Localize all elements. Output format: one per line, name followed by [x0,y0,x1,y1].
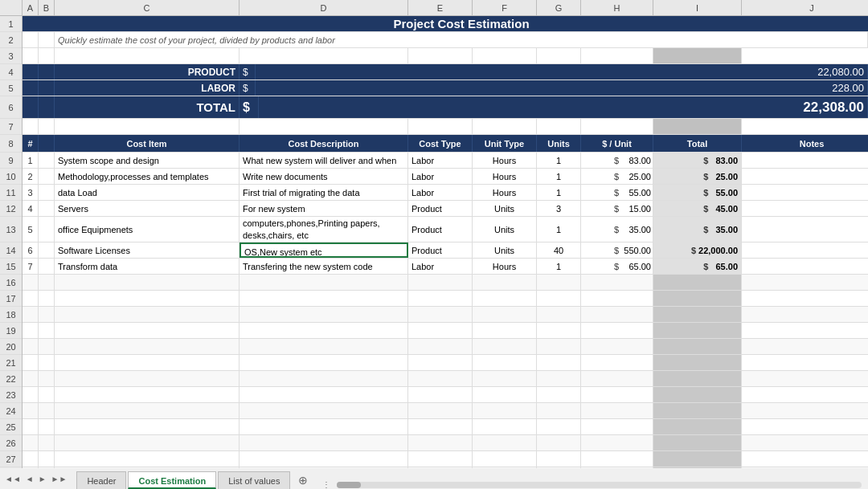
cell-row24-col3[interactable] [240,403,408,418]
cell-g3[interactable] [537,48,581,63]
row-num-27[interactable]: 27 [0,451,22,467]
cell-row23-col0[interactable] [23,387,39,402]
cell-row17-col9[interactable] [742,291,868,306]
cell-d7[interactable] [240,119,408,134]
cell-num-5[interactable]: 5 [23,217,39,242]
cell-row20-col3[interactable] [240,339,408,354]
total-4[interactable]: $ 45.00 [653,201,742,216]
cell-row20-col1[interactable] [39,339,55,354]
units-4[interactable]: 3 [537,201,581,216]
cell-row23-col5[interactable] [473,387,537,402]
cell-row21-col4[interactable] [408,355,473,370]
cell-row27-col0[interactable] [23,451,39,467]
unit-type-7[interactable]: Hours [473,259,537,274]
cell-row16-col9[interactable] [742,275,868,290]
cell-a1[interactable] [23,16,39,31]
total-3[interactable]: $ 55.00 [653,185,742,200]
row-num-19[interactable]: 19 [0,323,22,339]
cell-num-7[interactable]: 7 [23,259,39,274]
cell-row18-col4[interactable] [408,307,473,322]
cell-row27-col1[interactable] [39,451,55,467]
cell-row21-col9[interactable] [742,355,868,370]
dollar-unit-5[interactable]: $ 35.00 [581,217,653,242]
cell-row27-col4[interactable] [408,451,473,467]
cell-row25-col8[interactable] [653,419,742,434]
cost-type-4[interactable]: Product [408,201,473,216]
cell-f7[interactable] [473,119,537,134]
unit-type-5[interactable]: Units [473,217,537,242]
cell-row27-col6[interactable] [537,451,581,467]
cell-row18-col8[interactable] [653,307,742,322]
cell-row21-col7[interactable] [581,355,653,370]
cell-row26-col5[interactable] [473,435,537,450]
cell-num-6[interactable]: 6 [23,242,39,258]
cost-type-3[interactable]: Labor [408,185,473,200]
notes-1[interactable] [742,153,868,168]
cell-row23-col2[interactable] [55,387,240,402]
unit-type-1[interactable]: Hours [473,153,537,168]
horizontal-scrollbar[interactable]: ⋮ [314,480,868,489]
cell-num-1[interactable]: 1 [23,153,39,168]
cost-item-3[interactable]: data Load [55,185,240,200]
row-num-5[interactable]: 5 [0,80,22,96]
cell-b6[interactable] [39,96,55,118]
cell-row19-col6[interactable] [537,323,581,338]
cell-row17-col1[interactable] [39,291,55,306]
cell-row18-col3[interactable] [240,307,408,322]
cell-row18-col0[interactable] [23,307,39,322]
col-header-d[interactable]: D [240,0,408,15]
row-num-25[interactable]: 25 [0,419,22,435]
notes-7[interactable] [742,259,868,274]
row-num-3[interactable]: 3 [0,48,22,64]
notes-5[interactable] [742,217,868,242]
row-num-1[interactable]: 1 [0,16,22,32]
cell-row21-col0[interactable] [23,355,39,370]
cell-row22-col6[interactable] [537,371,581,386]
cell-row24-col5[interactable] [473,403,537,418]
cost-desc-6[interactable]: OS,New system etc [240,242,408,258]
cell-d3[interactable] [240,48,408,63]
cost-type-1[interactable]: Labor [408,153,473,168]
cell-row24-col4[interactable] [408,403,473,418]
sheet-nav-arrows[interactable]: ◄◄ ◄ ► ►► [0,473,72,485]
row-num-8[interactable]: 8 [0,135,22,153]
nav-last[interactable]: ►► [50,473,69,485]
cell-row23-col1[interactable] [39,387,55,402]
dollar-unit-4[interactable]: $ 15.00 [581,201,653,216]
cell-j7[interactable] [742,119,868,134]
cell-row22-col9[interactable] [742,371,868,386]
cell-row25-col4[interactable] [408,419,473,434]
cell-row25-col5[interactable] [473,419,537,434]
cell-row16-col7[interactable] [581,275,653,290]
cell-row27-col5[interactable] [473,451,537,467]
cell-row27-col3[interactable] [240,451,408,467]
cell-row18-col2[interactable] [55,307,240,322]
cell-row21-col5[interactable] [473,355,537,370]
cell-row16-col2[interactable] [55,275,240,290]
cell-num-3[interactable]: 3 [23,185,39,200]
col-header-j[interactable]: J [742,0,868,15]
cell-row23-col7[interactable] [581,387,653,402]
cell-b4[interactable] [39,64,55,79]
cell-row17-col7[interactable] [581,291,653,306]
cell-a2[interactable] [23,32,39,47]
cell-j3[interactable] [742,48,868,63]
notes-3[interactable] [742,185,868,200]
cell-b1[interactable] [39,16,55,31]
cell-row19-col4[interactable] [408,323,473,338]
cell-row22-col0[interactable] [23,371,39,386]
row-num-11[interactable]: 11 [0,185,22,201]
cell-b14[interactable] [39,242,55,258]
tab-list-of-values[interactable]: List of values [218,471,290,489]
cell-row24-col9[interactable] [742,403,868,418]
cell-row18-col5[interactable] [473,307,537,322]
cell-b12[interactable] [39,201,55,216]
cost-desc-1[interactable]: What new system will deliver and when [240,153,408,168]
cost-type-2[interactable]: Labor [408,169,473,184]
cell-row24-col8[interactable] [653,403,742,418]
cell-a5[interactable] [23,80,39,96]
cell-row22-col5[interactable] [473,371,537,386]
col-header-i[interactable]: I [653,0,742,15]
cell-b9[interactable] [39,153,55,168]
cell-row19-col3[interactable] [240,323,408,338]
